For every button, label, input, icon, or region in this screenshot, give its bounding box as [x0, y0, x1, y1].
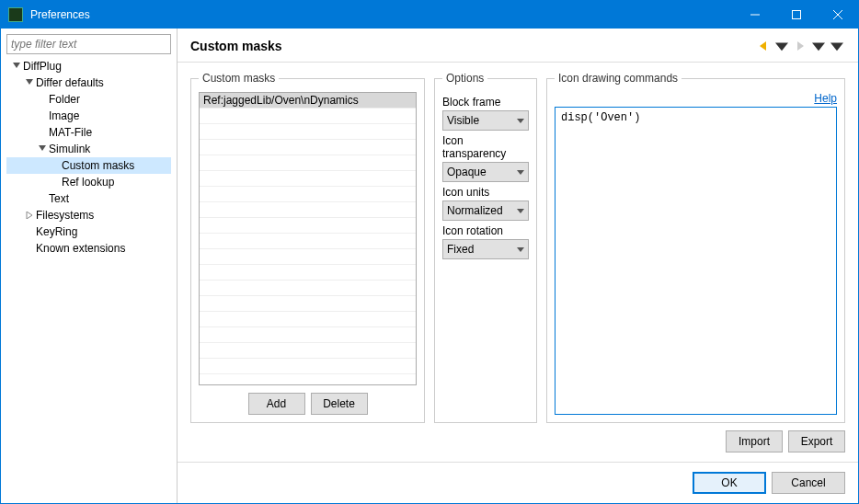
svg-marker-11 [812, 43, 825, 52]
content-header: Custom masks [178, 29, 858, 63]
tree-item-known-extensions[interactable]: Known extensions [6, 240, 171, 257]
list-item[interactable] [200, 140, 416, 155]
list-item[interactable]: Ref:jaggedLib/Oven\nDynamics [200, 93, 416, 109]
list-item[interactable] [200, 109, 416, 124]
block-frame-value: Visible [447, 114, 517, 127]
svg-marker-10 [797, 41, 804, 51]
units-value: Normalized [447, 204, 517, 217]
chevron-down-icon [517, 246, 524, 253]
tree-label: Folder [49, 91, 80, 108]
rotation-select[interactable]: Fixed [442, 239, 529, 259]
forward-menu-button[interactable] [810, 38, 827, 54]
delete-button[interactable]: Delete [311, 393, 368, 415]
svg-marker-12 [830, 43, 843, 52]
window-buttons [734, 1, 858, 29]
close-button[interactable] [817, 1, 858, 29]
help-link[interactable]: Help [814, 92, 837, 105]
nav-arrows [755, 38, 845, 54]
svg-marker-9 [775, 43, 788, 52]
svg-marker-5 [26, 79, 33, 85]
transparency-label: Icon transparency [442, 134, 529, 160]
tree-item-differ-defaults[interactable]: Differ defaults [6, 74, 171, 91]
groups-row: Custom masks Ref:jaggedLib/Oven\nDynamic… [190, 72, 845, 423]
custom-masks-group: Custom masks Ref:jaggedLib/Oven\nDynamic… [190, 72, 425, 423]
tree-label: Ref lookup [62, 174, 114, 190]
tree-item-image[interactable]: Image [6, 108, 171, 124]
svg-rect-1 [792, 11, 800, 19]
svg-marker-15 [517, 209, 524, 213]
list-item[interactable] [200, 218, 416, 234]
options-group: Options Block frame Visible Icon transpa… [434, 72, 537, 423]
help-row: Help [555, 92, 837, 105]
list-item[interactable] [200, 312, 416, 327]
block-frame-label: Block frame [442, 96, 529, 109]
chevron-down-icon [517, 168, 524, 176]
tree-item-text[interactable]: Text [6, 190, 171, 207]
block-frame-select[interactable]: Visible [442, 110, 529, 131]
chevron-down-icon [36, 143, 49, 155]
chevron-down-icon [517, 117, 524, 124]
svg-marker-16 [517, 247, 524, 252]
tree-label: Filesystems [36, 207, 94, 223]
transparency-value: Opaque [447, 166, 517, 178]
view-menu-button[interactable] [829, 38, 845, 54]
svg-marker-14 [517, 170, 524, 175]
mask-list[interactable]: Ref:jaggedLib/Oven\nDynamics [199, 92, 417, 385]
rotation-value: Fixed [447, 243, 517, 256]
tree-item-filesystems[interactable]: Filesystems [6, 207, 171, 223]
list-item[interactable] [200, 265, 416, 281]
list-item[interactable] [200, 234, 416, 249]
import-export-row: Import Export [190, 430, 845, 452]
tree-label: Simulink [49, 141, 90, 157]
options-legend: Options [442, 72, 487, 85]
titlebar: Preferences [1, 1, 858, 29]
import-button[interactable]: Import [726, 430, 783, 452]
tree-item-simulink[interactable]: Simulink [6, 141, 171, 157]
list-item[interactable] [200, 296, 416, 312]
svg-marker-7 [27, 212, 32, 219]
sidebar: DiffPlug Differ defaults Folder Image MA… [1, 29, 178, 503]
transparency-select[interactable]: Opaque [442, 162, 529, 182]
svg-marker-6 [39, 145, 46, 151]
export-button[interactable]: Export [788, 430, 845, 452]
ok-button[interactable]: OK [693, 472, 766, 494]
list-item[interactable] [200, 343, 416, 359]
forward-button[interactable] [792, 38, 808, 54]
svg-marker-13 [517, 119, 524, 123]
tree-item-custom-masks[interactable]: Custom masks [6, 157, 171, 174]
tree-item-diffplug[interactable]: DiffPlug [6, 58, 171, 74]
content-body: Custom masks Ref:jaggedLib/Oven\nDynamic… [178, 63, 858, 462]
tree-item-ref-lookup[interactable]: Ref lookup [6, 174, 171, 190]
list-item[interactable] [200, 124, 416, 140]
tree-label: Known extensions [36, 240, 125, 257]
list-item[interactable] [200, 187, 416, 202]
tree-item-keyring[interactable]: KeyRing [6, 223, 171, 240]
window-title: Preferences [30, 8, 734, 21]
app-icon [8, 7, 23, 22]
tree-label: MAT-File [49, 124, 92, 141]
chevron-down-icon [10, 60, 23, 73]
dialog-body: DiffPlug Differ defaults Folder Image MA… [1, 29, 858, 503]
list-item[interactable] [200, 281, 416, 296]
maximize-button[interactable] [775, 1, 817, 29]
rotation-label: Icon rotation [442, 224, 529, 237]
back-button[interactable] [755, 38, 772, 54]
list-item[interactable] [200, 202, 416, 218]
units-select[interactable]: Normalized [442, 200, 529, 221]
add-button[interactable]: Add [248, 393, 305, 415]
list-item[interactable] [200, 155, 416, 171]
filter-input[interactable] [6, 34, 171, 54]
list-item[interactable] [200, 171, 416, 187]
back-menu-button[interactable] [773, 38, 790, 54]
mask-buttons: Add Delete [199, 393, 417, 415]
chevron-down-icon [23, 76, 36, 89]
commands-legend: Icon drawing commands [555, 72, 681, 85]
tree-item-folder[interactable]: Folder [6, 91, 171, 108]
commands-editor[interactable] [555, 107, 837, 415]
list-item[interactable] [200, 359, 416, 374]
list-item[interactable] [200, 327, 416, 343]
minimize-button[interactable] [734, 1, 775, 29]
tree-item-matfile[interactable]: MAT-File [6, 124, 171, 141]
list-item[interactable] [200, 249, 416, 265]
cancel-button[interactable]: Cancel [772, 472, 845, 494]
